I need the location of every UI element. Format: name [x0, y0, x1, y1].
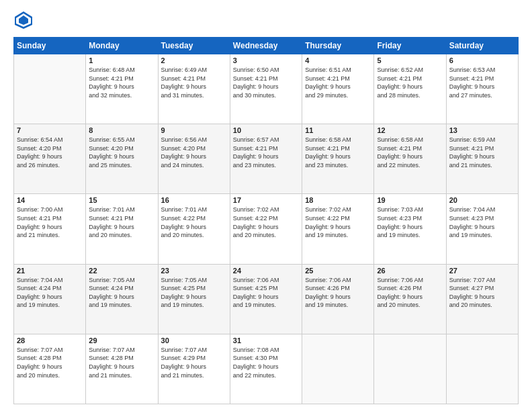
day-info: Sunrise: 7:07 AM Sunset: 4:27 PM Dayligh… [449, 276, 515, 310]
day-number: 1 [89, 56, 154, 64]
day-info: Sunrise: 6:52 AM Sunset: 4:21 PM Dayligh… [377, 66, 443, 99]
day-number: 10 [233, 126, 299, 134]
day-number: 15 [89, 196, 154, 204]
day-number: 20 [449, 196, 515, 204]
calendar-cell: 20Sunrise: 7:04 AM Sunset: 4:23 PM Dayli… [446, 194, 518, 264]
day-number: 21 [17, 267, 83, 275]
calendar-cell: 26Sunrise: 7:06 AM Sunset: 4:26 PM Dayli… [374, 264, 446, 334]
day-info: Sunrise: 7:02 AM Sunset: 4:22 PM Dayligh… [305, 205, 371, 239]
day-number: 16 [161, 196, 227, 204]
calendar-cell: 5Sunrise: 6:52 AM Sunset: 4:21 PM Daylig… [374, 54, 446, 124]
day-info: Sunrise: 7:05 AM Sunset: 4:25 PM Dayligh… [161, 276, 227, 310]
day-number: 12 [377, 126, 443, 134]
header [13, 10, 519, 30]
calendar-week-row: 21Sunrise: 7:04 AM Sunset: 4:24 PM Dayli… [14, 264, 519, 334]
calendar-cell: 15Sunrise: 7:01 AM Sunset: 4:21 PM Dayli… [86, 194, 158, 264]
calendar-cell: 24Sunrise: 7:06 AM Sunset: 4:25 PM Dayli… [230, 264, 302, 334]
logo [13, 10, 36, 30]
day-info: Sunrise: 7:07 AM Sunset: 4:28 PM Dayligh… [89, 346, 154, 379]
calendar-cell: 11Sunrise: 6:58 AM Sunset: 4:21 PM Dayli… [302, 124, 374, 194]
calendar-cell: 25Sunrise: 7:06 AM Sunset: 4:26 PM Dayli… [302, 264, 374, 334]
calendar-cell: 29Sunrise: 7:07 AM Sunset: 4:28 PM Dayli… [86, 334, 158, 404]
day-info: Sunrise: 6:55 AM Sunset: 4:20 PM Dayligh… [89, 136, 154, 169]
day-info: Sunrise: 6:59 AM Sunset: 4:21 PM Dayligh… [449, 136, 515, 169]
calendar-cell: 23Sunrise: 7:05 AM Sunset: 4:25 PM Dayli… [158, 264, 230, 334]
calendar-week-row: 1Sunrise: 6:48 AM Sunset: 4:21 PM Daylig… [14, 54, 519, 124]
day-number: 28 [17, 336, 83, 345]
day-info: Sunrise: 7:07 AM Sunset: 4:28 PM Dayligh… [17, 346, 83, 379]
calendar-cell: 6Sunrise: 6:53 AM Sunset: 4:21 PM Daylig… [446, 54, 518, 124]
day-number: 7 [17, 126, 83, 134]
calendar-cell: 21Sunrise: 7:04 AM Sunset: 4:24 PM Dayli… [14, 264, 86, 334]
calendar-col-monday: Monday [86, 38, 158, 54]
day-info: Sunrise: 7:01 AM Sunset: 4:21 PM Dayligh… [89, 205, 154, 239]
calendar-cell: 16Sunrise: 7:01 AM Sunset: 4:22 PM Dayli… [158, 194, 230, 264]
day-number: 4 [305, 56, 371, 64]
day-number: 30 [161, 336, 227, 345]
calendar-cell: 10Sunrise: 6:57 AM Sunset: 4:21 PM Dayli… [230, 124, 302, 194]
day-number: 13 [449, 126, 515, 134]
calendar-cell: 28Sunrise: 7:07 AM Sunset: 4:28 PM Dayli… [14, 334, 86, 404]
calendar-col-sunday: Sunday [14, 38, 86, 54]
calendar-cell: 2Sunrise: 6:49 AM Sunset: 4:21 PM Daylig… [158, 54, 230, 124]
day-number: 3 [233, 56, 299, 64]
day-info: Sunrise: 7:08 AM Sunset: 4:30 PM Dayligh… [233, 346, 299, 379]
day-info: Sunrise: 6:48 AM Sunset: 4:21 PM Dayligh… [89, 66, 154, 99]
day-info: Sunrise: 6:56 AM Sunset: 4:20 PM Dayligh… [161, 136, 227, 169]
day-number: 27 [449, 267, 515, 275]
calendar-col-friday: Friday [374, 38, 446, 54]
day-info: Sunrise: 6:51 AM Sunset: 4:21 PM Dayligh… [305, 66, 371, 99]
day-number: 5 [377, 56, 443, 64]
calendar-cell: 22Sunrise: 7:05 AM Sunset: 4:24 PM Dayli… [86, 264, 158, 334]
day-info: Sunrise: 7:01 AM Sunset: 4:22 PM Dayligh… [161, 205, 227, 239]
day-info: Sunrise: 7:06 AM Sunset: 4:26 PM Dayligh… [305, 276, 371, 310]
calendar-week-row: 28Sunrise: 7:07 AM Sunset: 4:28 PM Dayli… [14, 334, 519, 404]
day-number: 2 [161, 56, 227, 64]
calendar-cell [302, 334, 374, 404]
calendar-col-saturday: Saturday [446, 38, 518, 54]
day-info: Sunrise: 6:50 AM Sunset: 4:21 PM Dayligh… [233, 66, 299, 99]
day-info: Sunrise: 6:53 AM Sunset: 4:21 PM Dayligh… [449, 66, 515, 99]
calendar-cell: 31Sunrise: 7:08 AM Sunset: 4:30 PM Dayli… [230, 334, 302, 404]
day-info: Sunrise: 7:00 AM Sunset: 4:21 PM Dayligh… [17, 205, 83, 239]
day-info: Sunrise: 7:04 AM Sunset: 4:23 PM Dayligh… [449, 205, 515, 239]
calendar-cell: 30Sunrise: 7:07 AM Sunset: 4:29 PM Dayli… [158, 334, 230, 404]
calendar-cell: 1Sunrise: 6:48 AM Sunset: 4:21 PM Daylig… [86, 54, 158, 124]
day-number: 9 [161, 126, 227, 134]
day-info: Sunrise: 7:02 AM Sunset: 4:22 PM Dayligh… [233, 205, 299, 239]
calendar-cell: 3Sunrise: 6:50 AM Sunset: 4:21 PM Daylig… [230, 54, 302, 124]
calendar-cell: 9Sunrise: 6:56 AM Sunset: 4:20 PM Daylig… [158, 124, 230, 194]
calendar-header-row: SundayMondayTuesdayWednesdayThursdayFrid… [14, 38, 519, 54]
calendar-cell: 4Sunrise: 6:51 AM Sunset: 4:21 PM Daylig… [302, 54, 374, 124]
calendar-cell: 7Sunrise: 6:54 AM Sunset: 4:20 PM Daylig… [14, 124, 86, 194]
day-number: 6 [449, 56, 515, 64]
day-number: 25 [305, 267, 371, 275]
calendar-cell: 17Sunrise: 7:02 AM Sunset: 4:22 PM Dayli… [230, 194, 302, 264]
day-info: Sunrise: 7:04 AM Sunset: 4:24 PM Dayligh… [17, 276, 83, 310]
day-number: 11 [305, 126, 371, 134]
calendar-cell [446, 334, 518, 404]
day-number: 24 [233, 267, 299, 275]
day-number: 26 [377, 267, 443, 275]
day-info: Sunrise: 7:03 AM Sunset: 4:23 PM Dayligh… [377, 205, 443, 239]
calendar-cell [14, 54, 86, 124]
calendar-cell: 14Sunrise: 7:00 AM Sunset: 4:21 PM Dayli… [14, 194, 86, 264]
calendar-cell: 13Sunrise: 6:59 AM Sunset: 4:21 PM Dayli… [446, 124, 518, 194]
day-info: Sunrise: 7:05 AM Sunset: 4:24 PM Dayligh… [89, 276, 154, 310]
day-number: 18 [305, 196, 371, 204]
day-info: Sunrise: 7:06 AM Sunset: 4:25 PM Dayligh… [233, 276, 299, 310]
day-info: Sunrise: 6:58 AM Sunset: 4:21 PM Dayligh… [305, 136, 371, 169]
page: SundayMondayTuesdayWednesdayThursdayFrid… [0, 0, 532, 411]
day-number: 22 [89, 267, 154, 275]
calendar-table: SundayMondayTuesdayWednesdayThursdayFrid… [13, 37, 519, 404]
calendar-week-row: 14Sunrise: 7:00 AM Sunset: 4:21 PM Dayli… [14, 194, 519, 264]
day-number: 17 [233, 196, 299, 204]
calendar-col-thursday: Thursday [302, 38, 374, 54]
logo-icon [13, 10, 34, 30]
day-number: 29 [89, 336, 154, 345]
calendar-cell: 19Sunrise: 7:03 AM Sunset: 4:23 PM Dayli… [374, 194, 446, 264]
calendar-col-tuesday: Tuesday [158, 38, 230, 54]
calendar-cell: 27Sunrise: 7:07 AM Sunset: 4:27 PM Dayli… [446, 264, 518, 334]
calendar-cell: 8Sunrise: 6:55 AM Sunset: 4:20 PM Daylig… [86, 124, 158, 194]
day-info: Sunrise: 6:58 AM Sunset: 4:21 PM Dayligh… [377, 136, 443, 169]
